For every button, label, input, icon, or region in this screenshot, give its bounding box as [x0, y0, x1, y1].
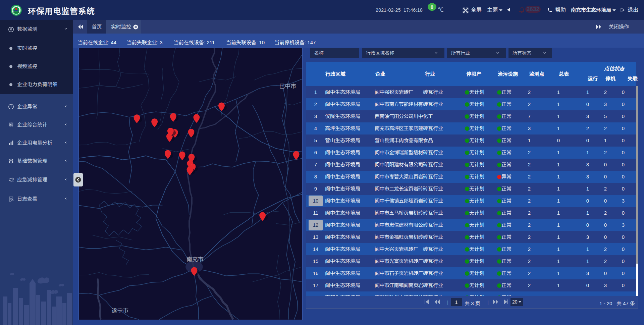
svg-text:遂宁市: 遂宁市 [111, 308, 128, 314]
svg-text:南充市: 南充市 [186, 256, 204, 263]
svg-text:巴中市: 巴中市 [279, 83, 296, 90]
